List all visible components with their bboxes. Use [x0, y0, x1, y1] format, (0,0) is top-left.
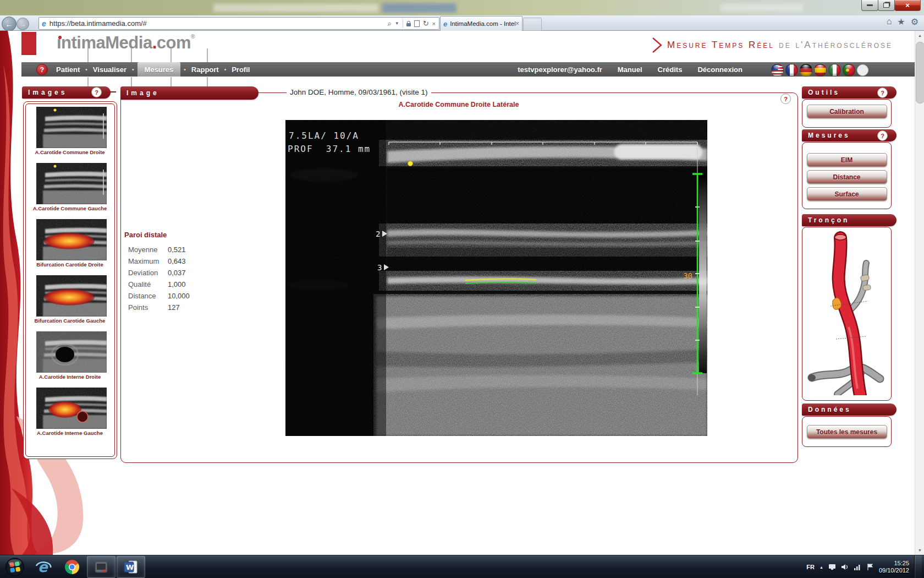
donnees-buttons: Toutes les mesures	[802, 417, 891, 439]
outils-panel-title: Outils	[808, 89, 840, 96]
flag-fr-icon[interactable]	[785, 64, 798, 77]
nav-item-manuel[interactable]: Manuel	[618, 66, 642, 74]
taskbar-ie-icon[interactable]: e	[30, 557, 57, 577]
back-button[interactable]: ←	[2, 17, 16, 31]
nav-item-credits[interactable]: Crédits	[658, 66, 683, 74]
address-bar[interactable]: e https://beta.intimamedia.com/# ⌕ ▼ ↻ ×	[38, 17, 439, 30]
tab-close-icon[interactable]: ×	[515, 20, 519, 28]
flag-de-icon[interactable]	[800, 64, 812, 77]
ie-icon: e	[35, 559, 52, 575]
tools-gear-icon[interactable]: ⚙	[911, 17, 919, 27]
nav-user-menu: testvpexplorer@yahoo.frManuelCréditsDéco…	[518, 62, 743, 77]
show-desktop-button[interactable]	[914, 555, 922, 578]
thumbnail-a.carotide-commune-gauche[interactable]	[36, 163, 107, 204]
nav-item-patient[interactable]: Patient	[54, 62, 82, 77]
hidden-icons-arrow[interactable]: ▲	[820, 565, 823, 569]
volume-tray-icon[interactable]	[841, 563, 849, 571]
window-controls: ×	[862, 0, 921, 11]
search-icon[interactable]: ⌕	[387, 19, 391, 28]
nav-tick	[131, 77, 132, 86]
svg-text:30: 30	[683, 271, 692, 280]
close-button[interactable]: ×	[894, 0, 921, 11]
measure-row: Maximum0,643	[128, 255, 234, 267]
flag-us-icon[interactable]	[771, 64, 784, 77]
donnees-panel-title: Données	[808, 406, 851, 413]
outils-help-icon[interactable]: ?	[877, 88, 888, 98]
browser-scrollbar[interactable]: ▲ ▼	[915, 31, 924, 555]
flag-it-icon[interactable]	[828, 64, 841, 77]
taskbar-word-icon[interactable]: W	[117, 556, 145, 578]
images-help-icon[interactable]: ?	[91, 87, 102, 97]
button-calibration[interactable]: Calibration	[807, 105, 887, 118]
flag-es-icon[interactable]	[814, 64, 827, 77]
image-panel-help-icon[interactable]: ?	[780, 94, 791, 104]
nav-separator-dot: •	[82, 62, 91, 77]
flag-pt-icon[interactable]	[843, 64, 855, 77]
nav-item-visualiser[interactable]: Visualiser	[91, 62, 129, 77]
nav-item-testvpexplorer@yahoo.fr[interactable]: testvpexplorer@yahoo.fr	[518, 66, 602, 74]
favorites-star-icon[interactable]: ★	[897, 17, 905, 27]
mesures-panel: EIMDistanceSurface	[802, 142, 892, 209]
clock-time: 15:25	[879, 560, 909, 567]
button-distance[interactable]: Distance	[807, 170, 887, 184]
outils-panel: Calibration	[802, 99, 892, 128]
language-indicator[interactable]: FR	[806, 564, 815, 570]
measure-value: 10,000	[168, 292, 190, 300]
button-surface[interactable]: Surface	[807, 187, 887, 201]
thumbnail-bifurcation-carotide-gauche[interactable]	[36, 275, 107, 317]
ultrasound-image[interactable]: 7.5LA/ 10/A PROF 37.1 mm 30 2 3	[285, 120, 707, 436]
refresh-icon[interactable]: ↻	[423, 19, 429, 28]
nav-item-deconnexion[interactable]: Déconnexion	[697, 66, 743, 74]
address-bar-icons: ⌕ ▼ ↻ ×	[387, 19, 439, 28]
thumbnail-caption: Bifurcation Carotide Droite	[26, 261, 114, 268]
restore-button[interactable]	[878, 0, 895, 11]
action-center-flag-icon[interactable]	[866, 563, 874, 571]
donnees-panel-banner: Données	[802, 403, 897, 416]
taskbar-app-icon[interactable]	[87, 556, 116, 578]
browser-tab[interactable]: e IntimaMedia.com - Intellig... ×	[440, 16, 522, 31]
mesures-help-icon[interactable]: ?	[877, 130, 888, 141]
nav-item-rapport[interactable]: Rapport	[189, 62, 221, 77]
home-icon[interactable]: ⌂	[887, 17, 892, 27]
taskbar-chrome-icon[interactable]	[58, 557, 86, 577]
minimize-button[interactable]	[861, 0, 878, 11]
nav-tick	[131, 48, 132, 62]
carotid-artery-diagram[interactable]	[804, 230, 889, 395]
url-text[interactable]: https://beta.intimamedia.com/#	[50, 19, 147, 28]
nav-item-profil[interactable]: Profil	[229, 62, 252, 77]
svg-text:7.5LA/ 10/A: 7.5LA/ 10/A	[289, 130, 359, 141]
svg-text:W: W	[126, 563, 134, 571]
thumbnail-a.carotide-interne-gauche[interactable]	[36, 388, 107, 429]
window-titlebar[interactable]: ×	[0, 0, 924, 15]
search-dropdown-caret-icon[interactable]: ▼	[395, 21, 399, 26]
button-toutes-les-mesures[interactable]: Toutes les mesures	[807, 425, 887, 439]
button-eim[interactable]: EIM	[807, 153, 887, 167]
monitor-tray-icon[interactable]	[828, 563, 836, 571]
compatibility-view-icon[interactable]	[414, 20, 420, 27]
nav-item-mesures[interactable]: Mesures	[138, 62, 181, 77]
thumbnail-a.carotide-commune-droite[interactable]	[36, 107, 107, 148]
scrollbar-thumb[interactable]	[916, 42, 924, 103]
chrome-icon	[64, 559, 80, 575]
main-navbar: Patient•Visualiser•Mesures•Rapport•Profi…	[21, 62, 915, 77]
windows-start-icon	[5, 557, 25, 577]
new-tab-button[interactable]	[523, 18, 542, 31]
scroll-up-arrow[interactable]: ▲	[915, 31, 924, 40]
nav-help-icon[interactable]: ?	[36, 64, 48, 75]
start-button[interactable]	[1, 557, 29, 577]
measure-row: Moyenne0,521	[128, 244, 234, 255]
site-logo[interactable]: ıntimaMedia.com®	[57, 33, 195, 53]
forward-button[interactable]: →	[16, 18, 29, 30]
thumbnail-a.carotide-interne-droite[interactable]	[36, 331, 107, 373]
scroll-down-arrow[interactable]: ▼	[915, 546, 924, 555]
flag-more-icon[interactable]	[857, 64, 868, 76]
thumbnail-bifurcation-carotide-droite[interactable]	[36, 219, 107, 260]
network-tray-icon[interactable]	[854, 563, 861, 571]
measurement-rows: Moyenne0,521Maximum0,643Deviation0,037Qu…	[124, 244, 234, 313]
screen: × ← → e https://beta.intimamedia.com/# ⌕…	[0, 0, 924, 578]
taskbar: e W	[0, 555, 924, 578]
stop-icon[interactable]: ×	[432, 20, 436, 27]
banner-line	[102, 91, 116, 92]
taskbar-clock[interactable]: 15:25 09/10/2012	[879, 560, 909, 574]
measure-value: 0,521	[168, 246, 186, 254]
